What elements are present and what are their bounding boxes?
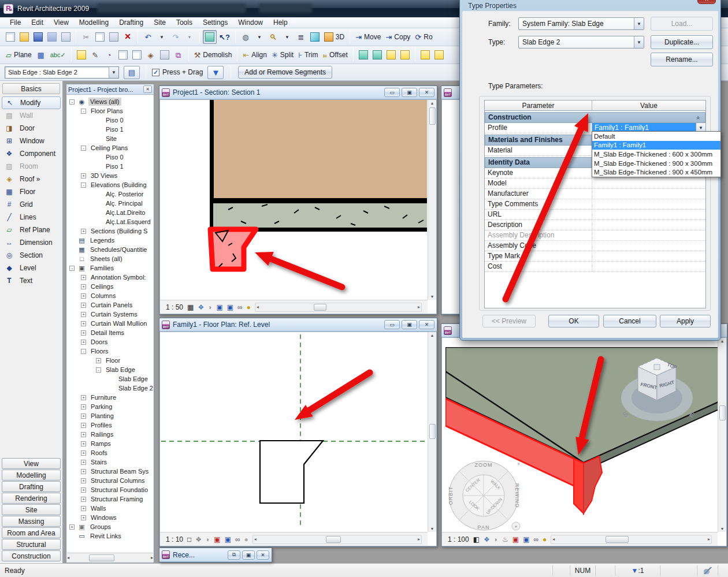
move-button[interactable]: ⇥ Move (353, 30, 383, 44)
tree-expander[interactable]: + (81, 497, 86, 502)
ok-button[interactable]: OK (548, 315, 599, 327)
reveal-hidden-icon[interactable]: ∞ (237, 304, 243, 311)
design-bar-tool[interactable]: Roof » (0, 173, 62, 185)
tree-item[interactable]: + Structural Beam Sys (67, 467, 153, 476)
type-dropdown[interactable]: Slab Edge 2 ▼ (518, 36, 644, 49)
linework-button[interactable] (116, 48, 130, 62)
tree-expander[interactable]: + (81, 515, 86, 520)
steering-wheel[interactable]: ZOOM PAN ORBIT REWIND CENTER WALK LOOK U… (447, 457, 523, 534)
view-scale[interactable]: 1 : 10 (166, 535, 183, 544)
zoom-dropdown[interactable]: ▼ (280, 30, 294, 44)
model-graphics-style-icon[interactable]: ▦ (187, 304, 194, 311)
menu-item[interactable]: Modelling (74, 17, 114, 28)
tree-item[interactable]: + Curtain Panels (67, 300, 153, 310)
open-button[interactable] (17, 30, 31, 44)
minimized-window-titlebar[interactable]: Rece... ⧉ ▣ ✕ (159, 548, 272, 562)
load-button[interactable]: Load... (651, 17, 713, 31)
design-bar-tool[interactable]: Floor (0, 185, 62, 198)
tree-expander[interactable]: - (81, 146, 86, 151)
section-view-canvas[interactable]: 1 : 50 ▦ ❖ ◗ ▣ ▣ ∞ ● ◂▸ ▲▼ (160, 100, 436, 314)
trim-button[interactable]: ⊦ Trim (296, 48, 320, 62)
tree-item[interactable]: + Roofs (67, 448, 153, 457)
design-bar-tab[interactable]: Drafting (2, 481, 61, 492)
tree-item[interactable]: Legends (67, 236, 153, 245)
design-bar-tab[interactable]: Room and Area (2, 527, 61, 538)
design-bar-tool[interactable]: Lines (0, 211, 62, 224)
close-icon[interactable]: ✕ (697, 0, 716, 4)
parameter-row[interactable]: URL ▼ (485, 210, 705, 220)
crop-visibility-icon[interactable]: ▣ (523, 536, 529, 543)
tree-item[interactable]: + Sections (Building S (67, 226, 153, 236)
tree-item[interactable]: Piso 1 (67, 162, 153, 171)
filter-count[interactable]: ▼ :1 (615, 565, 660, 576)
reveal-hidden-icon[interactable]: ∞ (534, 536, 539, 543)
tree-expander[interactable]: + (81, 173, 86, 178)
design-bar-tool[interactable]: Section (0, 249, 62, 262)
tree-item[interactable]: + Structural Foundatio (67, 485, 153, 494)
new-button[interactable] (3, 30, 17, 44)
design-bar-tool[interactable]: Text (0, 274, 62, 287)
dropdown-option[interactable]: M_Slab Edge-Thickened : 900 x 300mm (592, 159, 720, 168)
design-bar-tool[interactable]: Dimension (0, 236, 62, 249)
design-bar-tool[interactable]: Room (0, 160, 62, 173)
copy-clipboard-button[interactable] (93, 30, 107, 44)
dropdown-option[interactable]: M_Slab Edge-Thickened : 900 x 450mm (592, 167, 720, 177)
tree-expander[interactable]: - (69, 266, 75, 271)
parameter-value-cell[interactable]: ▼ (592, 189, 705, 199)
menu-item[interactable]: Window (233, 17, 268, 28)
section-window-titlebar[interactable]: Project1 - Section: Section 1 ▭ ▣ ✕ (159, 86, 437, 99)
parameter-value-cell[interactable]: ▼ (592, 241, 705, 251)
tree-expander[interactable]: - (96, 367, 101, 373)
tree-item[interactable]: + Structural Framing (67, 494, 153, 504)
tree-expander[interactable]: + (81, 293, 86, 299)
crop-region-icon[interactable]: ▣ (512, 536, 519, 543)
parameter-row[interactable]: Description ▼ (485, 220, 705, 230)
wheel-menu-icon[interactable]: ▾ (515, 524, 517, 528)
restore-icon[interactable]: ▣ (402, 320, 417, 329)
tree-item[interactable]: Alç.Lat.Esquerd (67, 217, 153, 226)
tree-item[interactable]: + Parking (67, 402, 153, 411)
design-bar-tool[interactable]: Ref Plane (0, 224, 62, 236)
temporary-hide-icon[interactable]: ● (244, 536, 248, 543)
tree-item[interactable]: Slab Edge 2 (67, 384, 153, 393)
demolish-button[interactable]: ⚒︎ Demolish (192, 48, 235, 62)
parameter-row[interactable]: Assembly Code ▼ (485, 241, 705, 251)
tree-expander[interactable]: + (81, 423, 86, 428)
filter-button[interactable]: ▼ (207, 66, 224, 79)
tree-expander[interactable]: + (69, 524, 75, 530)
restore-icon[interactable]: ▣ (402, 88, 417, 97)
wall-join-button[interactable] (130, 48, 144, 62)
apply-button[interactable]: Apply (660, 315, 711, 327)
tree-item[interactable]: - Elevations (Building (67, 180, 153, 189)
tree-item[interactable]: - Ceiling Plans (67, 143, 153, 152)
tree-item[interactable]: - Families (67, 263, 153, 273)
horizontal-scrollbar[interactable]: ◂▸ (551, 535, 712, 544)
tree-item[interactable]: + Detail Items (67, 328, 153, 337)
link-group-button[interactable] (384, 48, 398, 62)
family-view-canvas[interactable]: 1 : 10 □ ❖ ◗ ▣ ▣ ∞ ● ◂▸ ▲▼ (160, 332, 436, 546)
split-button[interactable]: ✳︎ Split (269, 48, 296, 62)
tree-expander[interactable]: + (81, 275, 86, 280)
tree-item[interactable]: + Floor (67, 356, 153, 365)
tree-expander[interactable]: + (81, 441, 86, 446)
resize-grip[interactable] (718, 565, 728, 576)
default-3d-button[interactable] (308, 30, 322, 44)
tree-expander[interactable]: + (81, 487, 86, 493)
tree-item[interactable]: + Annotation Symbol: (67, 273, 153, 282)
parameter-value-cell[interactable]: ▼ (592, 262, 705, 271)
dropdown-option[interactable]: Family1 : Family1 (592, 141, 720, 150)
horizontal-scrollbar[interactable]: ◂▸ (255, 303, 422, 312)
parameter-value-cell[interactable]: ▼ (592, 210, 705, 219)
design-bar-tab[interactable]: Construction (2, 550, 61, 561)
reveal-hidden-icon[interactable]: ∞ (235, 536, 240, 543)
design-bar-tool[interactable]: Door (0, 122, 62, 135)
tree-item[interactable]: + Profiles (67, 420, 153, 430)
close-icon[interactable]: ✕ (419, 320, 434, 329)
family-dropdown[interactable]: System Family: Slab Edge ▼ (518, 17, 644, 30)
parameter-row[interactable]: Construction ▼ (485, 112, 705, 123)
redo-button[interactable]: ↷ (169, 30, 183, 44)
tree-item[interactable]: Slab Edge (67, 374, 153, 384)
design-bar-tab[interactable]: Structural (2, 539, 61, 550)
tree-item[interactable]: + Doors (67, 337, 153, 347)
crop-region-icon[interactable]: ▣ (214, 536, 220, 543)
